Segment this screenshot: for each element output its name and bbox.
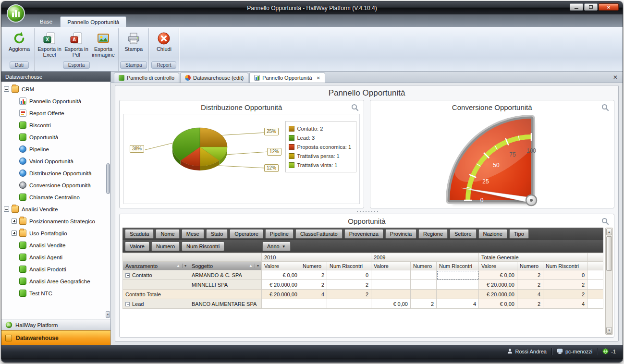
minimize-button[interactable]: [570, 3, 583, 11]
status-user[interactable]: Rossi Andrea: [507, 348, 547, 354]
cell[interactable]: [411, 280, 437, 290]
column-group-2009[interactable]: 2009: [371, 253, 479, 262]
esporta-pdf-button[interactable]: A Esporta in Pdf: [63, 29, 90, 59]
magnifier-icon[interactable]: [601, 104, 609, 113]
filter-field-provincia[interactable]: Provincia: [385, 229, 416, 239]
filter-field-nome[interactable]: Nome: [156, 229, 179, 239]
collapse-toggle-icon[interactable]: [4, 86, 9, 92]
tree-item-opportunita[interactable]: Opportunità: [1, 131, 110, 143]
cell[interactable]: [300, 299, 327, 309]
magnifier-icon[interactable]: [601, 218, 609, 227]
cell[interactable]: € 20.000,00: [479, 280, 517, 290]
app-logo-icon[interactable]: [6, 4, 25, 25]
filter-field-stato[interactable]: Stato: [206, 229, 228, 239]
filter-field-regione[interactable]: Regione: [418, 229, 448, 239]
row-header-soggetto[interactable]: ARMANDO & C. SPA: [189, 270, 262, 280]
measure-header[interactable]: Num Riscontri: [543, 262, 587, 270]
stampa-button[interactable]: Stampa: [120, 29, 147, 53]
filter-field-pipeline[interactable]: Pipeline: [265, 229, 294, 239]
scroll-down-icon[interactable]: ▼: [606, 327, 612, 334]
cell[interactable]: 0: [327, 270, 371, 280]
row-header-lead[interactable]: Lead: [123, 299, 189, 309]
row-header-contatto[interactable]: Contatto: [123, 270, 189, 280]
cell[interactable]: 2: [517, 270, 543, 280]
close-tab-icon[interactable]: ✕: [317, 75, 320, 81]
cell[interactable]: € 20.000,00: [479, 290, 517, 299]
ribbon-tab-pannello-opportunita[interactable]: Pannello Opportunità: [60, 16, 126, 27]
tree-item-valori-opportunita[interactable]: Valori Opportunità: [1, 155, 110, 167]
row-field-soggetto[interactable]: Soggetto▲▾: [189, 262, 262, 270]
tree-scrollbar[interactable]: ▼: [106, 83, 110, 318]
tree-item-chiamate-centralino[interactable]: Chiamate Centralino: [1, 191, 110, 203]
tree-item-analisi-vendite[interactable]: Analisi Vendite: [1, 239, 110, 251]
cell[interactable]: 2: [517, 299, 543, 309]
esporta-immagine-button[interactable]: Esporta immagine: [90, 29, 117, 59]
measure-header[interactable]: Num Riscontri: [437, 262, 479, 270]
doc-tab-pannello-di-controllo[interactable]: Pannello di controllo: [114, 73, 179, 83]
aggiorna-button[interactable]: Aggiorna: [6, 29, 33, 53]
esporta-excel-button[interactable]: X Esporta in Excel: [36, 29, 63, 59]
tree-item-report-offerte[interactable]: Report Offerte: [1, 107, 110, 119]
sort-asc-icon[interactable]: ▲: [176, 264, 180, 268]
scroll-down-icon[interactable]: ▼: [106, 311, 110, 318]
status-connection[interactable]: -1: [602, 348, 616, 354]
cell[interactable]: 2: [543, 290, 587, 299]
row-header-contatto-totale[interactable]: Contatto Totale: [123, 290, 262, 299]
cell[interactable]: [411, 270, 437, 280]
close-button[interactable]: ×: [599, 3, 619, 11]
close-tabstrip-icon[interactable]: ✕: [613, 74, 618, 81]
scrollbar-thumb[interactable]: [106, 163, 110, 194]
cell[interactable]: 4: [437, 299, 479, 309]
cell[interactable]: [371, 270, 411, 280]
scroll-up-icon[interactable]: ▲: [606, 229, 612, 235]
tree-item-test-ntc[interactable]: Test NTC: [1, 287, 110, 299]
tree-item-pipeline[interactable]: Pipeline: [1, 143, 110, 155]
cell[interactable]: 2: [300, 270, 327, 280]
cell[interactable]: 4: [517, 290, 543, 299]
cell[interactable]: € 20.000,00: [262, 290, 300, 299]
measure-header[interactable]: Valore: [262, 262, 300, 270]
cell[interactable]: [371, 290, 411, 299]
filter-dropdown-icon[interactable]: ▾: [182, 264, 186, 268]
cell[interactable]: [262, 299, 300, 309]
measure-header[interactable]: Valore: [479, 262, 517, 270]
cell[interactable]: 2: [517, 280, 543, 290]
filter-field-scaduta[interactable]: Scaduta: [125, 229, 154, 239]
cell[interactable]: € 0,00: [479, 270, 517, 280]
maximize-button[interactable]: [584, 3, 598, 11]
row-header-soggetto[interactable]: MINNELLI SPA: [189, 280, 262, 290]
cell[interactable]: [437, 280, 479, 290]
cell[interactable]: [327, 299, 371, 309]
chiudi-button[interactable]: Chiudi: [150, 29, 177, 53]
tree-item-analisi-prodotti[interactable]: Analisi Prodotti: [1, 263, 110, 275]
cell[interactable]: 2: [411, 299, 437, 309]
column-group-2010[interactable]: 2010: [262, 253, 371, 262]
titlebar[interactable]: Pannello Opportunità - HallWay Platform …: [1, 1, 623, 14]
tree-item-distribuzione-opportunita[interactable]: Distribuzione Opportunità: [1, 167, 110, 179]
filter-field-provenienza[interactable]: Provenienza: [344, 229, 383, 239]
horizontal-splitter[interactable]: [119, 208, 614, 214]
cell[interactable]: € 0,00: [262, 270, 300, 280]
cell[interactable]: € 20.000,00: [262, 280, 300, 290]
tree-item-crm[interactable]: CRM: [1, 83, 110, 95]
collapse-icon[interactable]: [125, 302, 130, 306]
data-field-valore[interactable]: Valore: [125, 242, 149, 251]
cell[interactable]: 2: [327, 280, 371, 290]
anno-field-button[interactable]: Anno▼: [262, 242, 291, 251]
cell[interactable]: [371, 280, 411, 290]
filter-field-settore[interactable]: Settore: [450, 229, 476, 239]
row-header-soggetto[interactable]: BANCO ALIMENTARE SPA: [189, 299, 262, 309]
cell[interactable]: 2: [300, 280, 327, 290]
tree-item-analisi-aree-geografiche[interactable]: Analisi Aree Geografiche: [1, 275, 110, 287]
focused-cell[interactable]: [437, 270, 479, 280]
sort-asc-icon[interactable]: ▲: [249, 264, 253, 268]
tree-item-analisi-vendite-folder[interactable]: Analisi Vendite: [1, 203, 110, 215]
cell[interactable]: [411, 290, 437, 299]
sidebar-item-hallway-platform[interactable]: HallWay Platform: [1, 319, 110, 330]
expand-toggle-icon[interactable]: [12, 231, 17, 236]
cell[interactable]: € 0,00: [479, 299, 517, 309]
cell[interactable]: [437, 290, 479, 299]
cell[interactable]: 4: [543, 299, 587, 309]
data-field-num-riscontri[interactable]: Num Riscontri: [182, 242, 224, 251]
row-header-blank[interactable]: [123, 280, 189, 290]
